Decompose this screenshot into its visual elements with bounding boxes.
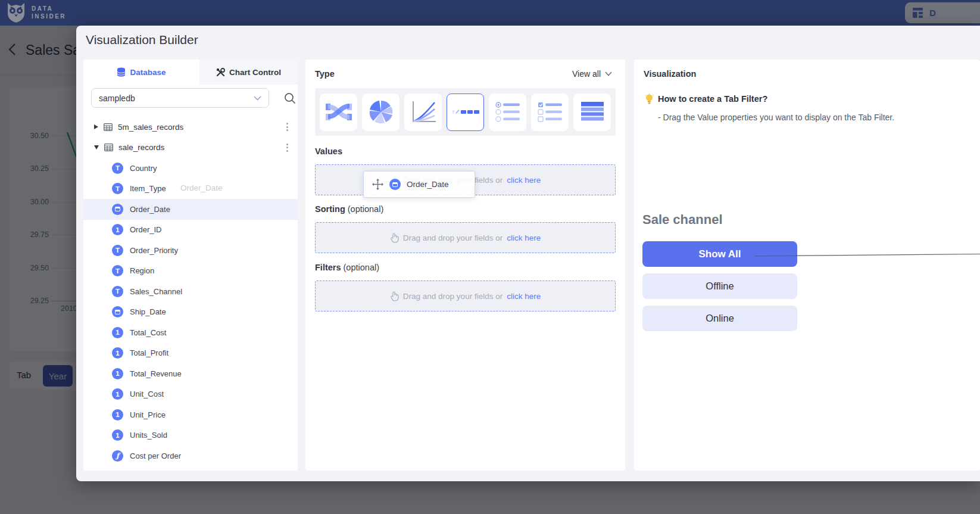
chevron-down-icon[interactable] (94, 145, 99, 149)
field-name: Total_Cost (130, 328, 166, 337)
option-offline-button[interactable]: Offline (642, 273, 797, 299)
text-field-icon: T (112, 163, 123, 174)
field-row[interactable]: TRegion (83, 261, 298, 282)
number-field-icon: 1 (112, 388, 123, 400)
field-name: Order_Date (130, 205, 170, 214)
field-name: Cost per Order (130, 451, 181, 460)
annotation-arrow (753, 249, 980, 262)
view-all-label: View all (572, 69, 601, 79)
brand-text: DATA INSIDER (32, 5, 66, 20)
chart-type-table[interactable] (573, 94, 611, 131)
drag-source-ghost-label: Order_Date (180, 183, 223, 192)
date-field-icon (389, 179, 401, 190)
chevron-down-icon (605, 71, 612, 76)
field-name: Unit_Cost (130, 390, 164, 398)
number-field-icon: 1 (112, 409, 123, 420)
date-field-icon (112, 306, 123, 317)
tab-chart-control-label: Chart Control (229, 68, 281, 77)
field-name: Order_ID (130, 225, 161, 234)
field-name: Country (130, 164, 157, 173)
table-row[interactable]: sale_records (83, 138, 298, 158)
field-row[interactable]: 1Total_Revenue (83, 363, 298, 384)
table-name: 5m_sales_records (118, 123, 183, 132)
field-row[interactable]: 1Unit_Cost (83, 384, 298, 405)
database-select-value: sampledb (99, 94, 135, 103)
database-select[interactable]: sampledb (91, 88, 269, 108)
option-online-button[interactable]: Online (642, 306, 797, 331)
tools-icon (216, 68, 225, 77)
drag-hand-icon (390, 233, 399, 243)
dragged-field-chip[interactable]: Order_Date (363, 171, 475, 198)
database-panel: Database Chart Control sampledb (83, 60, 298, 471)
field-row[interactable]: 1Unit_Price (83, 404, 298, 425)
sorting-section-label: Sorting (optional) (315, 204, 383, 214)
chart-type-radio-list[interactable] (489, 94, 526, 131)
field-name: Sales_Channel (130, 287, 182, 296)
number-field-icon: 1 (112, 347, 123, 359)
field-row[interactable]: TSales_Channel (83, 281, 298, 302)
kebab-menu-icon[interactable] (285, 122, 289, 132)
tip-title: How to create a Tab Filter? (658, 94, 767, 104)
table-icon (104, 123, 113, 131)
function-field-icon: ƒ (112, 450, 123, 462)
field-name: Unit_Price (130, 410, 166, 419)
brand-logo[interactable]: DATA INSIDER (6, 2, 66, 23)
tab-chart-control[interactable]: Chart Control (199, 60, 298, 85)
visualization-panel: Visualization How to create a Tab Filter… (634, 60, 980, 471)
field-row[interactable]: 1Total_Profit (83, 343, 298, 364)
chevron-right-icon[interactable] (94, 124, 98, 129)
dashboard-nav-label: D (929, 8, 936, 18)
chart-type-strip: T (315, 88, 616, 136)
filters-section-label: Filters (optional) (315, 263, 379, 272)
filters-dropzone[interactable]: Drag and drop your fields or click here (315, 281, 616, 311)
chart-type-tab-filter selected[interactable]: T (447, 94, 484, 131)
dropzone-placeholder: Drag and drop your fields or (403, 292, 503, 301)
number-field-icon: 1 (112, 368, 123, 379)
dragged-field-label: Order_Date (407, 180, 449, 189)
dashboard-nav-button[interactable]: D (905, 2, 980, 23)
lightbulb-icon (644, 94, 654, 105)
tab-database[interactable]: Database (83, 60, 199, 85)
search-icon[interactable] (284, 92, 296, 107)
field-row[interactable]: TOrder_Priority (83, 240, 298, 261)
chevron-down-icon (254, 96, 261, 101)
field-row[interactable]: 1Total_Cost (83, 322, 298, 343)
visualization-builder-modal: Visualization Builder Database Chart C (76, 26, 980, 481)
field-row[interactable]: Ship_Date (83, 302, 298, 323)
field-name: Order_Priority (130, 246, 178, 255)
field-name: Total_Profit (130, 348, 168, 357)
svg-text:T: T (452, 110, 455, 114)
left-panel-tabs: Database Chart Control (83, 60, 298, 85)
chart-type-sankey[interactable] (320, 94, 357, 131)
date-field-icon (112, 204, 123, 215)
kebab-menu-icon[interactable] (285, 142, 289, 153)
click-here-link[interactable]: click here (507, 233, 541, 242)
field-row[interactable]: Order_Date (83, 199, 298, 220)
chart-type-line[interactable] (404, 94, 442, 131)
click-here-link[interactable]: click here (507, 176, 541, 185)
values-section-label: Values (315, 147, 342, 156)
table-row[interactable]: 5m_sales_records (83, 117, 298, 138)
text-field-icon: T (112, 265, 123, 276)
dropzone-placeholder: Drag and drop your fields or (403, 233, 503, 242)
view-all-button[interactable]: View all (572, 69, 612, 79)
chart-type-pie[interactable] (362, 94, 400, 131)
field-row[interactable]: 1Order_ID (83, 220, 298, 241)
top-navbar: DATA INSIDER D (0, 0, 980, 26)
number-field-icon: 1 (112, 327, 123, 338)
builder-panel: Type View all (305, 60, 625, 471)
dashboard-grid-icon (913, 8, 925, 18)
field-row[interactable]: TCountry (83, 158, 298, 179)
sorting-dropzone[interactable]: Drag and drop your fields or click here (315, 222, 616, 253)
field-row[interactable]: 1Units_Sold (83, 425, 298, 446)
chart-type-checkbox-list[interactable] (531, 94, 569, 131)
text-field-icon: T (112, 245, 123, 256)
click-here-link[interactable]: click here (507, 292, 541, 301)
field-name: Item_Type (130, 184, 166, 193)
table-icon (104, 144, 113, 151)
drag-hand-icon (390, 291, 399, 301)
owl-logo-icon (6, 2, 26, 23)
widget-title: Sale channel (642, 212, 723, 228)
number-field-icon: 1 (112, 429, 123, 441)
field-row[interactable]: ƒCost per Order (83, 446, 298, 466)
